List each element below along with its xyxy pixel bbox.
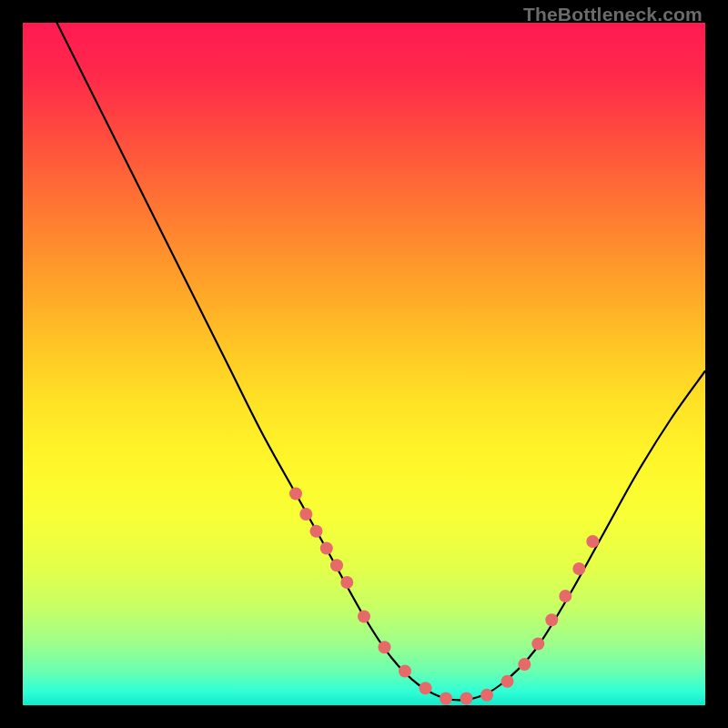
threshold-dot	[586, 535, 599, 548]
bottleneck-curve	[57, 23, 706, 700]
chart-svg	[23, 23, 705, 705]
watermark-text: TheBottleneck.com	[523, 4, 703, 25]
threshold-dot	[420, 682, 432, 694]
threshold-dot	[310, 525, 323, 538]
outer-frame: TheBottleneck.com	[0, 0, 728, 728]
threshold-dot	[518, 658, 531, 671]
threshold-dot	[289, 488, 302, 500]
threshold-dot	[572, 562, 585, 575]
threshold-dot	[460, 693, 473, 705]
threshold-dot	[480, 689, 493, 702]
threshold-dot	[340, 576, 353, 589]
threshold-markers	[289, 488, 599, 705]
threshold-dot	[299, 508, 312, 521]
threshold-dot	[358, 611, 370, 623]
threshold-dot	[399, 665, 411, 678]
threshold-dot	[440, 693, 452, 705]
threshold-dot	[379, 641, 391, 653]
threshold-dot	[531, 638, 544, 651]
threshold-dot	[559, 590, 571, 602]
threshold-dot	[501, 675, 514, 688]
threshold-dot	[320, 542, 333, 555]
threshold-dot	[545, 613, 558, 626]
threshold-dot	[330, 559, 343, 571]
